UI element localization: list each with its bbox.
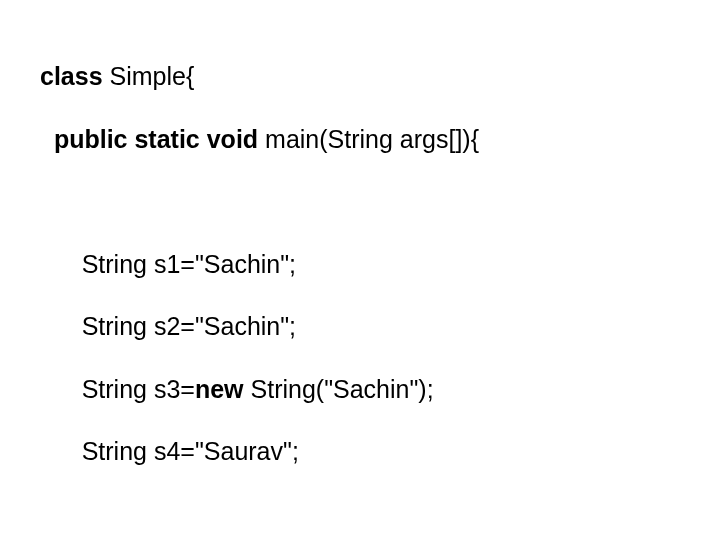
code-line-4: String s2="Sachin";	[40, 311, 720, 342]
code-text: String("Sachin");	[244, 375, 434, 403]
code-indent	[40, 125, 54, 153]
code-line-3: String s1="Sachin";	[40, 249, 720, 280]
blank-line	[40, 186, 720, 217]
code-line-1: class Simple{	[40, 61, 720, 92]
code-line-5: String s3=new String("Sachin");	[40, 374, 720, 405]
code-block: class Simple{ public static void main(St…	[40, 30, 720, 540]
code-text: Simple{	[103, 62, 195, 90]
code-text: main(String args[]){	[258, 125, 479, 153]
code-line-2: public static void main(String args[]){	[40, 124, 720, 155]
blank-line	[40, 499, 720, 530]
code-text: String s3=	[40, 375, 195, 403]
keyword-public-static-void: public static void	[54, 125, 258, 153]
keyword-new: new	[195, 375, 244, 403]
code-line-6: String s4="Saurav";	[40, 436, 720, 467]
keyword-class: class	[40, 62, 103, 90]
